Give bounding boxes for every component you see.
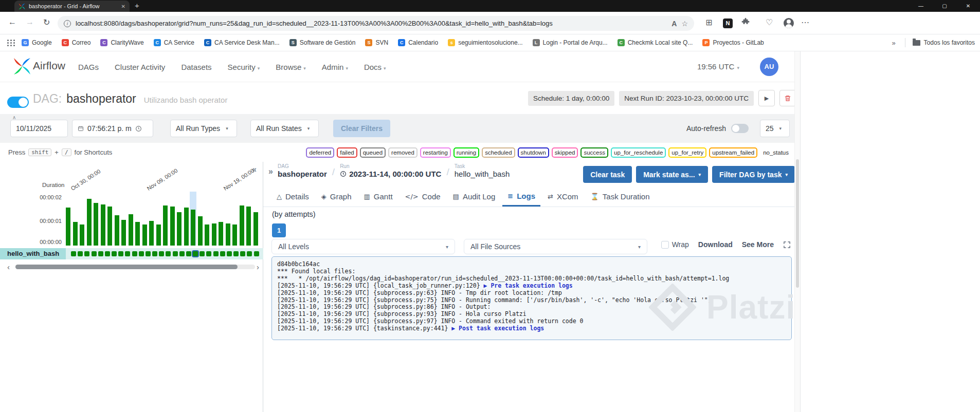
run-column-1[interactable]: [73, 192, 78, 246]
brand-name[interactable]: Airflow: [33, 60, 65, 72]
run-column-25[interactable]: [240, 192, 244, 246]
extensions-puzzle-icon[interactable]: [741, 17, 750, 27]
bookmark-item[interactable]: GGoogle: [22, 39, 52, 46]
refresh-icon[interactable]: ↻: [43, 17, 50, 27]
bookmark-item[interactable]: SSVN: [365, 39, 388, 46]
breadcrumb-task-value[interactable]: hello_with_bash: [455, 170, 510, 178]
task-instance-square[interactable]: [166, 251, 171, 256]
run-column-8[interactable]: [121, 192, 126, 246]
run-column-17[interactable]: [184, 192, 189, 246]
airflow-logo[interactable]: [13, 58, 31, 75]
browser-tab[interactable]: bashoperator - Grid - Airflow ✕: [14, 1, 130, 12]
task-instance-square[interactable]: [220, 251, 225, 256]
time-filter-input[interactable]: 07:56:21 p. m: [72, 120, 153, 137]
task-instance-square[interactable]: [213, 251, 219, 256]
bookmark-item[interactable]: LLogin - Portal de Arqu...: [533, 39, 608, 46]
fullscreen-icon[interactable]: [783, 241, 791, 249]
run-column-7[interactable]: [115, 192, 119, 246]
horizontal-scrollbar[interactable]: [15, 265, 255, 269]
scroll-right-icon[interactable]: ›: [257, 263, 259, 271]
nav-item-admin[interactable]: Admin▾: [322, 63, 348, 71]
maximize-icon[interactable]: ▢: [933, 0, 956, 12]
task-instance-square[interactable]: [186, 251, 191, 256]
address-bar[interactable]: i localhost:8080/dags/bashoperator/grid?…: [58, 16, 694, 31]
expand-panel-icon[interactable]: »: [268, 167, 273, 176]
clear-filters-button[interactable]: Clear Filters: [333, 120, 390, 137]
all-favorites-button[interactable]: Todos los favoritos: [924, 39, 975, 46]
run-column-0[interactable]: [66, 192, 70, 246]
clear-task-button[interactable]: Clear task: [583, 166, 632, 183]
bookmark-item[interactable]: CCorreo: [62, 39, 91, 46]
date-filter-input[interactable]: 10/11/2025: [10, 120, 68, 137]
bookmark-item[interactable]: CCheckmk Local site Q...: [618, 39, 693, 46]
tab-close-icon[interactable]: ✕: [121, 4, 125, 9]
task-instance-square[interactable]: [92, 251, 97, 256]
tab-task-duration[interactable]: ⌛Task Duration: [586, 186, 655, 207]
extension-n-icon[interactable]: N: [723, 18, 733, 28]
tab-gantt[interactable]: ▥Gantt: [359, 186, 398, 207]
task-instance-square[interactable]: [179, 251, 185, 256]
task-instance-square[interactable]: [139, 251, 144, 256]
task-name-label[interactable]: hello_with_bash: [0, 248, 66, 259]
bookmark-item[interactable]: CCA Service Desk Man...: [204, 39, 280, 46]
run-column-16[interactable]: [177, 192, 182, 246]
download-logs-button[interactable]: Download: [698, 240, 733, 249]
task-instance-square[interactable]: [227, 251, 232, 256]
run-column-2[interactable]: [80, 192, 84, 246]
tab-logs[interactable]: ≡Logs: [502, 186, 540, 207]
mark-state-button[interactable]: Mark state as...▾: [636, 166, 708, 183]
scrollbar-thumb[interactable]: [15, 265, 238, 269]
scroll-left-icon[interactable]: ‹: [7, 263, 10, 271]
task-instance-square[interactable]: [78, 251, 83, 256]
wrap-checkbox-group[interactable]: Wrap: [661, 240, 689, 249]
minimize-icon[interactable]: —: [909, 0, 933, 12]
run-types-select[interactable]: All Run Types▾: [170, 120, 237, 137]
task-instance-square[interactable]: [233, 251, 239, 256]
forward-icon[interactable]: →: [26, 17, 34, 27]
tab-code[interactable]: </>Code: [400, 186, 446, 207]
run-column-6[interactable]: [107, 192, 112, 246]
bookmark-item[interactable]: SSoftware de Gestión: [289, 39, 356, 46]
settings-menu-icon[interactable]: ⋯: [801, 17, 809, 27]
run-column-27[interactable]: [253, 192, 258, 246]
nav-item-cluster-activity[interactable]: Cluster Activity: [115, 63, 165, 71]
log-output-box[interactable]: d84b0bc164ac*** Found local files:*** * …: [271, 256, 792, 340]
tab-graph[interactable]: ◈Graph: [316, 186, 357, 207]
bookmark-item[interactable]: sseguimientosolucione...: [448, 39, 522, 46]
tab-audit-log[interactable]: ▤Audit Log: [448, 186, 501, 207]
task-instance-square[interactable]: [71, 251, 76, 256]
tab-details[interactable]: △Details: [271, 186, 314, 207]
run-states-select[interactable]: All Run States▾: [250, 120, 319, 137]
nav-item-datasets[interactable]: Datasets: [181, 63, 211, 71]
url-text[interactable]: localhost:8080/dags/bashoperator/grid?nu…: [76, 20, 667, 27]
run-column-9[interactable]: [129, 192, 133, 246]
wrap-checkbox[interactable]: [661, 241, 669, 249]
task-instance-square[interactable]: [118, 251, 123, 256]
task-instance-square[interactable]: [152, 251, 157, 256]
task-instance-square[interactable]: [206, 251, 211, 256]
task-instance-square[interactable]: [146, 251, 151, 256]
task-instance-square[interactable]: [247, 251, 252, 256]
nav-item-browse[interactable]: Browse▾: [276, 63, 306, 71]
new-tab-button[interactable]: +: [135, 1, 139, 10]
page-scrollbar[interactable]: [794, 51, 800, 412]
nav-item-docs[interactable]: Docs▾: [364, 63, 386, 71]
back-icon[interactable]: ←: [8, 17, 16, 27]
filter-dag-by-task-button[interactable]: Filter DAG by task▾: [712, 166, 795, 183]
tab-xcom[interactable]: ⇄XCom: [542, 186, 584, 207]
bookmark-star-icon[interactable]: ☆: [681, 20, 688, 28]
task-instance-square[interactable]: [193, 251, 198, 256]
run-column-19[interactable]: [198, 192, 203, 246]
trigger-dag-button[interactable]: ▶: [758, 90, 775, 106]
bookmark-item[interactable]: CCalendario: [398, 39, 438, 46]
task-instance-square[interactable]: [254, 251, 259, 256]
dag-pause-toggle[interactable]: [7, 97, 29, 108]
close-icon[interactable]: ✕: [956, 0, 980, 12]
run-column-12[interactable]: [149, 192, 154, 246]
collapse-filters-icon[interactable]: ∧: [12, 115, 16, 120]
task-instance-square[interactable]: [112, 251, 117, 256]
task-instance-square[interactable]: [84, 251, 89, 256]
breadcrumb-run-value[interactable]: 2023-11-14, 00:00:00 UTC: [349, 170, 441, 178]
run-column-5[interactable]: [101, 192, 105, 246]
bookmark-item[interactable]: CCA Service: [154, 39, 194, 46]
